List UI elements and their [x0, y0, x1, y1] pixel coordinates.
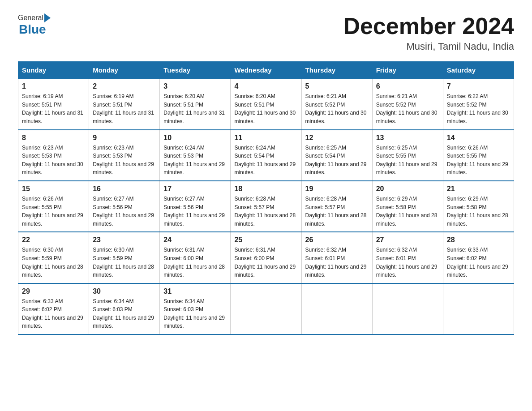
day-info: Sunrise: 6:30 AMSunset: 5:59 PMDaylight:…: [22, 246, 85, 279]
day-info: Sunrise: 6:26 AMSunset: 5:55 PMDaylight:…: [447, 144, 510, 177]
calendar-cell: 5 Sunrise: 6:21 AMSunset: 5:52 PMDayligh…: [301, 79, 372, 130]
calendar-cell: 10 Sunrise: 6:24 AMSunset: 5:53 PMDaylig…: [160, 130, 231, 181]
day-number: 3: [163, 82, 227, 90]
day-number: 20: [376, 185, 439, 193]
calendar-cell: 30 Sunrise: 6:34 AMSunset: 6:03 PMDaylig…: [89, 283, 160, 334]
day-info: Sunrise: 6:19 AMSunset: 5:51 PMDaylight:…: [93, 92, 156, 125]
calendar-cell: 25 Sunrise: 6:31 AMSunset: 6:00 PMDaylig…: [231, 232, 301, 283]
calendar-cell: 20 Sunrise: 6:29 AMSunset: 5:58 PMDaylig…: [372, 181, 443, 232]
day-info: Sunrise: 6:24 AMSunset: 5:53 PMDaylight:…: [163, 144, 227, 177]
calendar-cell: 22 Sunrise: 6:30 AMSunset: 5:59 PMDaylig…: [18, 232, 89, 283]
day-info: Sunrise: 6:23 AMSunset: 5:53 PMDaylight:…: [93, 144, 156, 177]
day-number: 5: [305, 82, 369, 90]
day-number: 8: [22, 134, 85, 142]
calendar-cell: 28 Sunrise: 6:33 AMSunset: 6:02 PMDaylig…: [443, 232, 514, 283]
day-number: 2: [93, 82, 156, 90]
calendar-cell: [231, 283, 301, 334]
day-info: Sunrise: 6:28 AMSunset: 5:57 PMDaylight:…: [234, 195, 297, 228]
logo-arrow-icon: [44, 13, 51, 22]
day-info: Sunrise: 6:19 AMSunset: 5:51 PMDaylight:…: [22, 92, 85, 125]
day-number: 16: [93, 185, 156, 193]
calendar-cell: 24 Sunrise: 6:31 AMSunset: 6:00 PMDaylig…: [160, 232, 231, 283]
day-info: Sunrise: 6:34 AMSunset: 6:03 PMDaylight:…: [93, 297, 156, 330]
day-info: Sunrise: 6:29 AMSunset: 5:58 PMDaylight:…: [376, 195, 439, 228]
day-number: 17: [163, 185, 227, 193]
calendar-week-row: 22 Sunrise: 6:30 AMSunset: 5:59 PMDaylig…: [18, 232, 514, 283]
day-info: Sunrise: 6:20 AMSunset: 5:51 PMDaylight:…: [163, 92, 227, 125]
day-number: 13: [376, 134, 439, 142]
day-number: 9: [93, 134, 156, 142]
calendar-cell: 11 Sunrise: 6:24 AMSunset: 5:54 PMDaylig…: [231, 130, 301, 181]
day-number: 18: [234, 185, 297, 193]
day-number: 15: [22, 185, 85, 193]
calendar-cell: [301, 283, 372, 334]
day-info: Sunrise: 6:22 AMSunset: 5:52 PMDaylight:…: [447, 92, 510, 125]
calendar-week-row: 15 Sunrise: 6:26 AMSunset: 5:55 PMDaylig…: [18, 181, 514, 232]
calendar-week-row: 29 Sunrise: 6:33 AMSunset: 6:02 PMDaylig…: [18, 283, 514, 334]
calendar-cell: 27 Sunrise: 6:32 AMSunset: 6:01 PMDaylig…: [372, 232, 443, 283]
calendar-cell: 29 Sunrise: 6:33 AMSunset: 6:02 PMDaylig…: [18, 283, 89, 334]
day-number: 26: [305, 236, 369, 244]
day-number: 22: [22, 236, 85, 244]
day-number: 29: [22, 287, 85, 295]
day-info: Sunrise: 6:27 AMSunset: 5:56 PMDaylight:…: [163, 195, 227, 228]
day-number: 25: [234, 236, 297, 244]
calendar-cell: [443, 283, 514, 334]
day-number: 23: [93, 236, 156, 244]
calendar-cell: 2 Sunrise: 6:19 AMSunset: 5:51 PMDayligh…: [89, 79, 160, 130]
location-subtitle: Musiri, Tamil Nadu, India: [343, 41, 514, 52]
header-cell-sunday: Sunday: [18, 62, 89, 79]
header-cell-friday: Friday: [372, 62, 443, 79]
calendar-cell: 26 Sunrise: 6:32 AMSunset: 6:01 PMDaylig…: [301, 232, 372, 283]
day-info: Sunrise: 6:31 AMSunset: 6:00 PMDaylight:…: [163, 246, 227, 279]
calendar-cell: 12 Sunrise: 6:25 AMSunset: 5:54 PMDaylig…: [301, 130, 372, 181]
calendar-cell: 18 Sunrise: 6:28 AMSunset: 5:57 PMDaylig…: [231, 181, 301, 232]
day-number: 27: [376, 236, 439, 244]
day-number: 31: [163, 287, 227, 295]
calendar-table: SundayMondayTuesdayWednesdayThursdayFrid…: [18, 61, 514, 335]
logo-blue-text: Blue: [19, 22, 46, 37]
day-info: Sunrise: 6:24 AMSunset: 5:54 PMDaylight:…: [234, 144, 297, 177]
day-info: Sunrise: 6:25 AMSunset: 5:55 PMDaylight:…: [376, 144, 439, 177]
day-info: Sunrise: 6:28 AMSunset: 5:57 PMDaylight:…: [305, 195, 369, 228]
header-row: SundayMondayTuesdayWednesdayThursdayFrid…: [18, 62, 514, 79]
calendar-cell: 4 Sunrise: 6:20 AMSunset: 5:51 PMDayligh…: [231, 79, 301, 130]
day-info: Sunrise: 6:21 AMSunset: 5:52 PMDaylight:…: [376, 92, 439, 125]
calendar-cell: 8 Sunrise: 6:23 AMSunset: 5:53 PMDayligh…: [18, 130, 89, 181]
logo: General Blue: [18, 13, 51, 37]
day-number: 14: [447, 134, 510, 142]
day-number: 21: [447, 185, 510, 193]
day-info: Sunrise: 6:32 AMSunset: 6:01 PMDaylight:…: [376, 246, 439, 279]
logo-general-text: General: [18, 14, 43, 22]
day-number: 12: [305, 134, 369, 142]
day-info: Sunrise: 6:23 AMSunset: 5:53 PMDaylight:…: [22, 144, 85, 177]
calendar-cell: 3 Sunrise: 6:20 AMSunset: 5:51 PMDayligh…: [160, 79, 231, 130]
calendar-cell: 16 Sunrise: 6:27 AMSunset: 5:56 PMDaylig…: [89, 181, 160, 232]
calendar-cell: 17 Sunrise: 6:27 AMSunset: 5:56 PMDaylig…: [160, 181, 231, 232]
day-info: Sunrise: 6:33 AMSunset: 6:02 PMDaylight:…: [22, 297, 85, 330]
day-number: 7: [447, 82, 510, 90]
calendar-week-row: 1 Sunrise: 6:19 AMSunset: 5:51 PMDayligh…: [18, 79, 514, 130]
day-info: Sunrise: 6:34 AMSunset: 6:03 PMDaylight:…: [163, 297, 227, 330]
header-cell-wednesday: Wednesday: [231, 62, 301, 79]
day-number: 4: [234, 82, 297, 90]
header-cell-thursday: Thursday: [301, 62, 372, 79]
day-info: Sunrise: 6:32 AMSunset: 6:01 PMDaylight:…: [305, 246, 369, 279]
calendar-cell: 21 Sunrise: 6:29 AMSunset: 5:58 PMDaylig…: [443, 181, 514, 232]
day-info: Sunrise: 6:30 AMSunset: 5:59 PMDaylight:…: [93, 246, 156, 279]
day-number: 19: [305, 185, 369, 193]
day-number: 10: [163, 134, 227, 142]
day-number: 30: [93, 287, 156, 295]
calendar-cell: 9 Sunrise: 6:23 AMSunset: 5:53 PMDayligh…: [89, 130, 160, 181]
day-info: Sunrise: 6:20 AMSunset: 5:51 PMDaylight:…: [234, 92, 297, 125]
day-number: 1: [22, 82, 85, 90]
calendar-cell: [372, 283, 443, 334]
calendar-cell: 13 Sunrise: 6:25 AMSunset: 5:55 PMDaylig…: [372, 130, 443, 181]
calendar-cell: 14 Sunrise: 6:26 AMSunset: 5:55 PMDaylig…: [443, 130, 514, 181]
title-section: December 2024 Musiri, Tamil Nadu, India: [343, 13, 514, 52]
header-cell-monday: Monday: [89, 62, 160, 79]
day-info: Sunrise: 6:27 AMSunset: 5:56 PMDaylight:…: [93, 195, 156, 228]
day-number: 24: [163, 236, 227, 244]
calendar-cell: 31 Sunrise: 6:34 AMSunset: 6:03 PMDaylig…: [160, 283, 231, 334]
day-info: Sunrise: 6:25 AMSunset: 5:54 PMDaylight:…: [305, 144, 369, 177]
